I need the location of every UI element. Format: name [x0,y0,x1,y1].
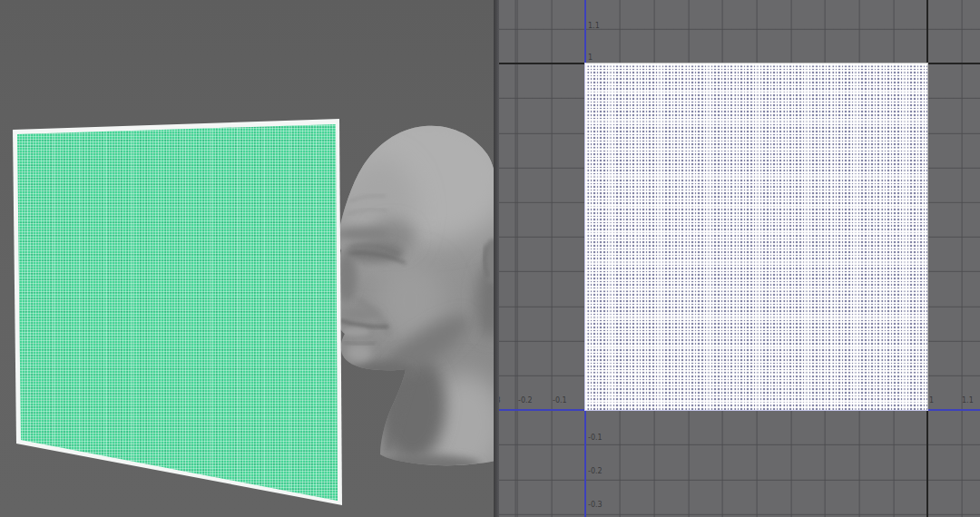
uv-mesh[interactable] [585,63,927,410]
uv-y-tick-neg02: -0.2 [588,467,603,475]
uv-x-tick-1: 1 [929,396,934,405]
uv-y-tick-neg03: -0.3 [588,501,603,509]
uv-y-tick-1: 1 [588,54,593,62]
uv-x-tick-neg03: -0.3 [499,396,501,405]
uv-x-tick-neg01: -0.1 [553,396,567,405]
viewport-3d[interactable] [0,0,494,517]
uv-editor-panel[interactable]: -0.3 -0.2 -0.1 1 1.1 1.1 1 -0.1 -0.2 -0.… [499,0,980,517]
uv-y-tick-neg01: -0.1 [588,434,603,442]
uv-x-tick-neg02: -0.2 [518,396,533,405]
uv-y-tick-11: 1.1 [588,22,600,30]
uv-x-tick-11: 1.1 [962,396,974,405]
app-window: -0.3 -0.2 -0.1 1 1.1 1.1 1 -0.1 -0.2 -0.… [0,0,980,517]
